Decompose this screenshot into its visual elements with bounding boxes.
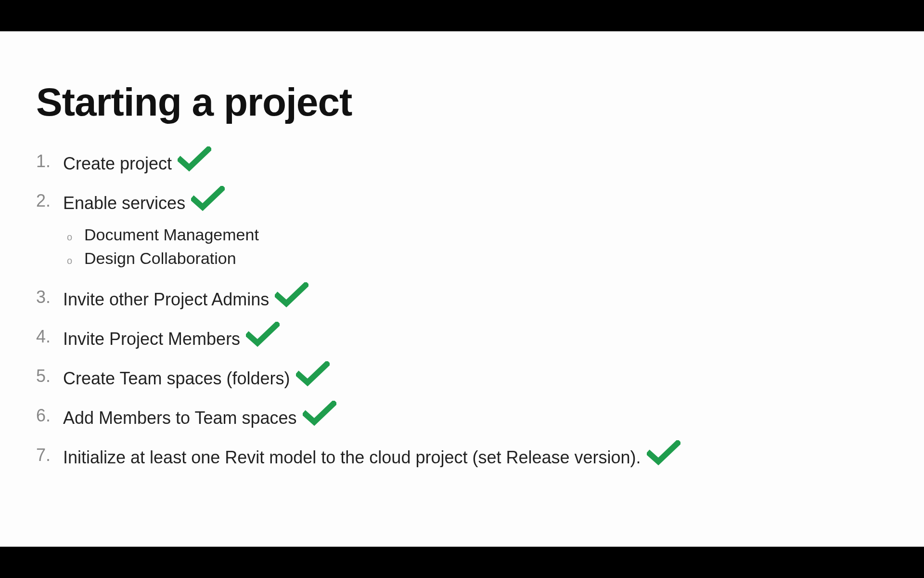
check-icon	[296, 361, 330, 386]
list-item-body: Create Team spaces (folders)	[63, 366, 330, 391]
list-item-number: 2.	[36, 191, 63, 211]
check-icon	[303, 401, 336, 426]
list-item-number: 3.	[36, 287, 63, 307]
list-item-text: Initialize at least one Revit model to t…	[63, 447, 641, 469]
list-item-text: Invite Project Members	[63, 328, 240, 351]
slide-title: Starting a project	[36, 79, 888, 125]
check-icon	[191, 186, 225, 211]
sublist-item: o Design Collaboration	[63, 249, 259, 268]
slide: Starting a project 1. Create project 2. …	[0, 31, 924, 547]
list-item-number: 1.	[36, 151, 63, 171]
sublist-item: o Document Management	[63, 225, 259, 244]
list-item-body: Enable services o Document Management o …	[63, 191, 259, 273]
bullet-icon: o	[63, 232, 84, 243]
sublist-item-text: Design Collaboration	[84, 249, 236, 268]
list-item-text: Enable services	[63, 192, 185, 215]
list-item-number: 5.	[36, 366, 63, 386]
list-item-body: Add Members to Team spaces	[63, 406, 336, 431]
bullet-icon: o	[63, 255, 84, 266]
list-item-body: Initialize at least one Revit model to t…	[63, 445, 680, 470]
list-item-body: Create project	[63, 151, 211, 176]
list-item-body: Invite other Project Admins	[63, 287, 308, 312]
list-item-body: Invite Project Members	[63, 327, 280, 352]
list-item: 4. Invite Project Members	[36, 327, 888, 352]
check-icon	[246, 322, 280, 347]
check-icon	[275, 282, 308, 307]
list-item: 7. Initialize at least one Revit model t…	[36, 445, 888, 470]
list-item-text: Invite other Project Admins	[63, 289, 269, 311]
check-icon	[647, 440, 680, 465]
list-item-text: Create project	[63, 153, 172, 175]
list-item-number: 6.	[36, 406, 63, 426]
check-icon	[178, 146, 211, 171]
list-item: 3. Invite other Project Admins	[36, 287, 888, 312]
list-item-text: Create Team spaces (folders)	[63, 368, 290, 390]
list-item: 2. Enable services o Document Management…	[36, 191, 888, 273]
list-item-text: Add Members to Team spaces	[63, 407, 297, 430]
list-item: 5. Create Team spaces (folders)	[36, 366, 888, 391]
sublist: o Document Management o Design Collabora…	[63, 225, 259, 268]
sublist-item-text: Document Management	[84, 225, 259, 244]
list-item-number: 7.	[36, 445, 63, 465]
list-item: 1. Create project	[36, 151, 888, 176]
list-item-number: 4.	[36, 327, 63, 347]
list-item: 6. Add Members to Team spaces	[36, 406, 888, 431]
steps-list: 1. Create project 2. Enable services o D…	[36, 151, 888, 470]
